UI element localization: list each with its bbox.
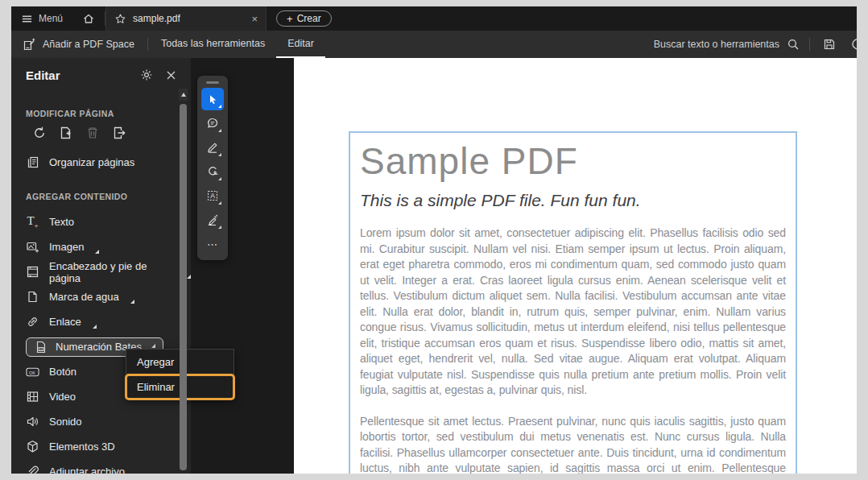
image-icon	[26, 240, 39, 254]
text-box-icon: A	[206, 189, 219, 202]
document-subtitle: This is a simple PDF file. Fun fun fun.	[360, 191, 786, 210]
sound-icon	[26, 415, 39, 428]
link-icon	[26, 315, 39, 329]
section-modify-page: MODIFICAR PÁGINA	[26, 109, 114, 118]
select-tool-button[interactable]	[201, 88, 224, 110]
rotate-page-icon[interactable]	[32, 126, 47, 140]
create-button[interactable]: + Crear	[276, 10, 332, 27]
svg-text:OK: OK	[29, 370, 35, 374]
edit-sidebar: Editar MODIFICAR PÁGINA	[11, 58, 191, 474]
tab-bar: Menú sample.pdf × + Crear	[11, 6, 857, 31]
close-tab-icon[interactable]: ×	[251, 14, 258, 24]
floating-toolbar: A ⋯	[197, 76, 228, 260]
save-button[interactable]	[812, 31, 847, 58]
paperclip-icon	[26, 465, 39, 474]
sidebar-item-enlace[interactable]: Enlace	[11, 309, 191, 334]
menu-button[interactable]: Menú	[11, 6, 72, 31]
organize-pages-button[interactable]: Organizar páginas	[11, 150, 191, 174]
settings-gear-icon[interactable]	[140, 68, 153, 81]
sidebar-item-label: Sonido	[49, 416, 81, 428]
tab-edit[interactable]: Editar	[276, 31, 325, 58]
pdf-page: Sample PDF This is a simple PDF file. Fu…	[294, 58, 857, 474]
watermark-icon	[26, 290, 39, 304]
edit-tab-label: Editar	[287, 38, 314, 49]
lasso-icon	[206, 165, 219, 178]
video-icon	[26, 390, 39, 403]
scrollbar-thumb[interactable]	[180, 104, 187, 470]
document-tab-title: sample.pdf	[133, 13, 245, 24]
home-icon	[82, 12, 95, 25]
sidebar-item-imagen[interactable]: Imagen	[11, 234, 191, 259]
document-title: Sample PDF	[360, 139, 786, 183]
erase-pen-icon	[206, 213, 219, 226]
clipped-edge-button[interactable]	[847, 31, 857, 58]
tab-all-tools[interactable]: Todas las herramientas	[150, 31, 276, 58]
hamburger-icon	[21, 13, 33, 25]
search-button[interactable]: Buscar texto o herramientas	[646, 31, 808, 58]
organize-pages-icon	[26, 155, 39, 169]
sidebar-item-label: Enlace	[49, 316, 81, 328]
sidebar-item-adjuntar-archivo[interactable]: Adjuntar archivo	[11, 459, 191, 474]
draw-tool-button[interactable]	[201, 136, 224, 159]
add-to-pdf-space-icon	[23, 38, 36, 52]
sidebar-item-label: Botón	[49, 366, 76, 378]
document-paragraph-1: Lorem ipsum dolor sit amet, consectetuer…	[360, 226, 786, 399]
sidebar-item-label: Video	[49, 391, 76, 403]
button-ok-icon: OK	[26, 366, 39, 378]
acrobat-window: Menú sample.pdf × + Crear Añadir a PDF S…	[11, 6, 857, 474]
sidebar-item-list: T+ Texto Imagen Encabezado y pie de pági…	[11, 209, 191, 474]
erase-tool-button[interactable]	[201, 209, 224, 231]
text-icon: T+	[26, 215, 39, 230]
all-tools-label: Todas las herramientas	[161, 38, 265, 49]
sidebar-item-label: Encabezado y pie de página	[49, 260, 176, 284]
toolbar-right-group: Buscar texto o herramientas	[646, 31, 857, 58]
comment-icon	[206, 117, 219, 130]
svg-text:012: 012	[39, 347, 43, 350]
submenu-corner-icon	[130, 300, 134, 304]
submenu-corner-icon	[151, 344, 155, 348]
sidebar-title: Editar	[26, 68, 127, 82]
section-add-content: AGREGAR CONTENIDO	[26, 192, 127, 201]
search-icon	[787, 38, 800, 51]
toolbar-drag-handle[interactable]	[206, 81, 219, 84]
extract-page-icon[interactable]	[112, 126, 126, 140]
sidebar-item-elementos-3d[interactable]: Elementos 3D	[11, 434, 191, 459]
document-paragraph-2: Pellentesque sit amet lectus. Praesent p…	[360, 414, 786, 474]
close-sidebar-icon[interactable]	[166, 70, 176, 81]
create-label: Crear	[297, 13, 321, 24]
sidebar-item-marca-de-agua[interactable]: Marca de agua	[11, 284, 191, 309]
insert-page-icon[interactable]	[59, 126, 73, 140]
comment-tool-button[interactable]	[201, 112, 224, 134]
text-box-tool-button[interactable]: A	[201, 184, 224, 207]
modify-page-actions	[32, 126, 126, 140]
sidebar-item-encabezado[interactable]: Encabezado y pie de página	[11, 259, 191, 284]
save-icon	[823, 38, 836, 51]
more-dots-icon: ⋯	[207, 238, 218, 250]
sidebar-item-label: Marca de agua	[49, 291, 119, 303]
menu-label: Menú	[39, 13, 63, 24]
sidebar-item-label: Texto	[49, 216, 74, 228]
sidebar-scrollbar[interactable]	[179, 89, 188, 474]
star-icon[interactable]	[114, 13, 126, 25]
header-footer-icon	[26, 265, 39, 279]
sidebar-item-texto[interactable]: T+ Texto	[11, 209, 191, 234]
scrollbar-up-arrow[interactable]	[179, 89, 188, 101]
submenu-corner-icon	[93, 325, 97, 329]
bates-numbering-icon: 012	[34, 341, 48, 354]
plus-icon: +	[287, 14, 293, 24]
organize-pages-label: Organizar páginas	[49, 156, 134, 168]
more-tools-button[interactable]: ⋯	[201, 233, 224, 255]
search-label: Buscar texto o herramientas	[654, 39, 779, 50]
sidebar-item-label: Elementos 3D	[49, 441, 115, 453]
sidebar-item-sonido[interactable]: Sonido	[11, 409, 191, 434]
delete-page-icon	[85, 126, 100, 140]
add-to-pdf-space-button[interactable]: Añadir a PDF Space	[11, 31, 146, 58]
lasso-tool-button[interactable]	[201, 160, 224, 183]
document-tab[interactable]: sample.pdf ×	[105, 6, 267, 31]
sidebar-item-label: Adjuntar archivo	[49, 466, 125, 474]
cube-3d-icon	[26, 440, 39, 453]
home-button[interactable]	[72, 6, 105, 31]
svg-text:A: A	[210, 192, 215, 200]
cursor-arrow-icon	[207, 93, 219, 106]
selected-text-block[interactable]: Sample PDF This is a simple PDF file. Fu…	[349, 131, 797, 474]
